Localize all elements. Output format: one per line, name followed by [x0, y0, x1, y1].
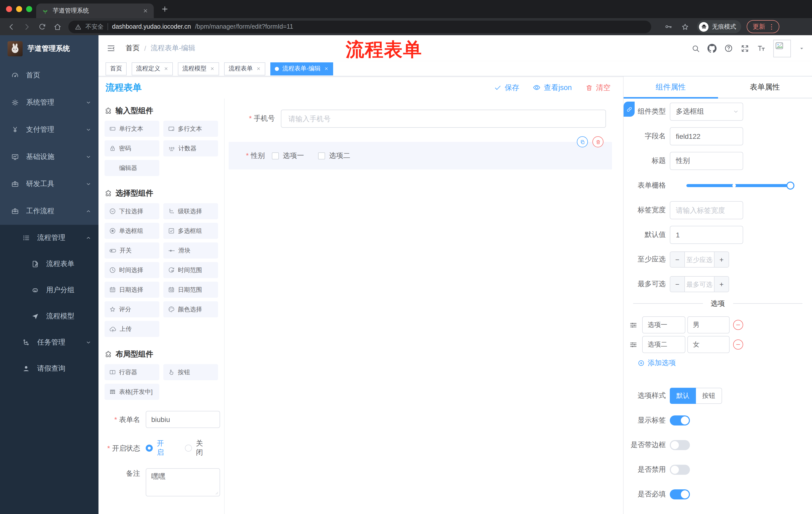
sidebar-item-payment[interactable]: 支付管理 [0, 116, 98, 143]
status-off-radio[interactable] [185, 444, 192, 452]
palette-item-date-range[interactable]: 日期范围 [163, 282, 218, 298]
palette-item-counter[interactable]: 计数器 [163, 140, 218, 156]
sidebar-item-system[interactable]: 系统管理 [0, 89, 98, 116]
palette-item-rate[interactable]: 评分 [105, 301, 159, 317]
palette-item-time-range[interactable]: 时间范围 [163, 262, 218, 278]
address-field[interactable]: 不安全 dashboard.yudao.iocoder.cn/bpm/manag… [68, 20, 651, 33]
selected-component-gender[interactable]: 性别 选项一 选项二 [229, 142, 612, 169]
checkbox-icon[interactable] [272, 152, 279, 159]
status-on-radio[interactable] [146, 444, 153, 452]
gender-option-1[interactable]: 选项一 [272, 151, 304, 160]
palette-item-color-picker[interactable]: 颜色选择 [163, 301, 218, 317]
min-select-input[interactable] [685, 252, 714, 267]
border-toggle[interactable] [670, 440, 690, 450]
view-json-button[interactable]: 查看json [533, 83, 572, 92]
max-select-input[interactable] [685, 277, 714, 292]
tab-close-icon[interactable] [143, 8, 148, 13]
hamburger-icon[interactable] [107, 44, 116, 53]
palette-item-upload[interactable]: 上传 [105, 321, 159, 337]
palette-item-multi-text[interactable]: 多行文本 [163, 121, 218, 137]
avatar-caret-icon[interactable] [799, 45, 805, 52]
palette-item-row-container[interactable]: 行容器 [105, 364, 159, 380]
tag-process-form-edit[interactable]: 流程表单-编辑 [270, 62, 333, 75]
palette-item-editor[interactable]: 编辑器 [105, 160, 159, 176]
sidebar-item-devtools[interactable]: 研发工具 [0, 170, 98, 198]
required-toggle[interactable] [670, 489, 690, 499]
default-value-input[interactable] [670, 226, 743, 244]
browser-menu-dots-icon[interactable] [768, 23, 775, 30]
update-button[interactable]: 更新 [747, 20, 779, 33]
show-label-toggle[interactable] [670, 415, 690, 426]
sidebar-item-process-form[interactable]: 流程表单 [0, 251, 98, 277]
forward-icon[interactable] [23, 22, 31, 31]
plus-icon[interactable]: + [714, 252, 729, 267]
breadcrumb-home[interactable]: 首页 [126, 44, 140, 53]
clear-button[interactable]: 清空 [585, 83, 610, 92]
checkbox-icon[interactable] [318, 152, 325, 159]
palette-item-password[interactable]: 密码 [105, 140, 159, 156]
remove-option-button[interactable]: − [733, 340, 743, 350]
tag-close-icon[interactable] [324, 66, 329, 71]
form-name-input[interactable] [146, 411, 220, 428]
help-icon[interactable] [724, 44, 733, 53]
palette-item-time-picker[interactable]: 时间选择 [105, 262, 159, 278]
option-1-value-input[interactable] [687, 316, 730, 333]
palette-item-button[interactable]: 按钮 [163, 364, 218, 380]
delete-component-button[interactable] [592, 136, 604, 147]
tag-close-icon[interactable] [210, 66, 214, 71]
fullscreen-icon[interactable] [741, 44, 749, 53]
reload-icon[interactable] [38, 23, 46, 31]
palette-item-date-picker[interactable]: 日期选择 [105, 282, 159, 298]
tag-process-form[interactable]: 流程表单 [224, 62, 265, 75]
phone-input[interactable] [281, 110, 606, 128]
sidebar-item-process-model[interactable]: 流程模型 [0, 303, 98, 329]
github-icon[interactable] [707, 44, 717, 53]
component-type-value[interactable] [670, 103, 743, 121]
slider-handle[interactable] [786, 182, 794, 190]
option-2-label-input[interactable] [642, 336, 685, 353]
copy-component-button[interactable] [577, 136, 588, 147]
style-default-button[interactable]: 默认 [670, 388, 696, 404]
avatar[interactable] [773, 39, 791, 57]
option-2-value-input[interactable] [687, 336, 730, 353]
palette-item-single-text[interactable]: 单行文本 [105, 121, 159, 137]
tag-process-definition[interactable]: 流程定义 [132, 62, 173, 75]
palette-item-slider[interactable]: 滑块 [163, 242, 218, 259]
window-zoom-button[interactable] [26, 6, 32, 12]
tag-close-icon[interactable] [164, 66, 168, 71]
remove-option-button[interactable]: − [733, 320, 743, 330]
drag-handle-icon[interactable] [629, 321, 638, 329]
minus-icon[interactable]: − [670, 252, 685, 267]
sidebar-logo[interactable]: 芋道管理系统 [0, 35, 98, 62]
tag-process-model[interactable]: 流程模型 [178, 62, 219, 75]
form-grid-slider[interactable] [686, 177, 790, 195]
phone-field-row[interactable]: 手机号 [229, 110, 606, 128]
tab-component-props[interactable]: 组件属性 [624, 77, 718, 98]
drag-handle-icon[interactable] [629, 340, 638, 349]
minus-icon[interactable]: − [670, 277, 685, 292]
gender-option-2[interactable]: 选项二 [318, 151, 350, 160]
tag-home[interactable]: 首页 [106, 62, 127, 75]
search-icon[interactable] [691, 44, 700, 53]
sidebar-item-leave-query[interactable]: 请假查询 [0, 356, 98, 382]
sidebar-item-task-mgmt[interactable]: 任务管理 [0, 329, 98, 356]
browser-tab[interactable]: 芋道管理系统 [36, 3, 154, 18]
label-width-input[interactable] [670, 201, 743, 219]
new-tab-icon[interactable] [161, 5, 169, 13]
title-input[interactable] [670, 152, 743, 170]
tag-close-icon[interactable] [256, 66, 261, 71]
component-type-select[interactable] [670, 103, 743, 121]
style-button-button[interactable]: 按钮 [696, 388, 722, 404]
sidebar-item-user-group[interactable]: 用户分组 [0, 277, 98, 303]
plus-icon[interactable]: + [714, 277, 729, 292]
save-button[interactable]: 保存 [494, 83, 519, 92]
palette-item-checkbox-group[interactable]: 多选框组 [163, 223, 218, 239]
option-1-label-input[interactable] [642, 316, 685, 333]
palette-item-switch[interactable]: 开关 [105, 242, 159, 259]
sidebar-item-home[interactable]: 首页 [0, 62, 98, 89]
status-on-label[interactable]: 开启 [157, 439, 169, 457]
bookmark-star-icon[interactable] [681, 22, 689, 31]
palette-item-cascader[interactable]: 级联选择 [163, 203, 218, 219]
add-option-button[interactable]: 添加选项 [638, 359, 812, 368]
palette-item-table[interactable]: 表格[开发中] [105, 384, 159, 400]
